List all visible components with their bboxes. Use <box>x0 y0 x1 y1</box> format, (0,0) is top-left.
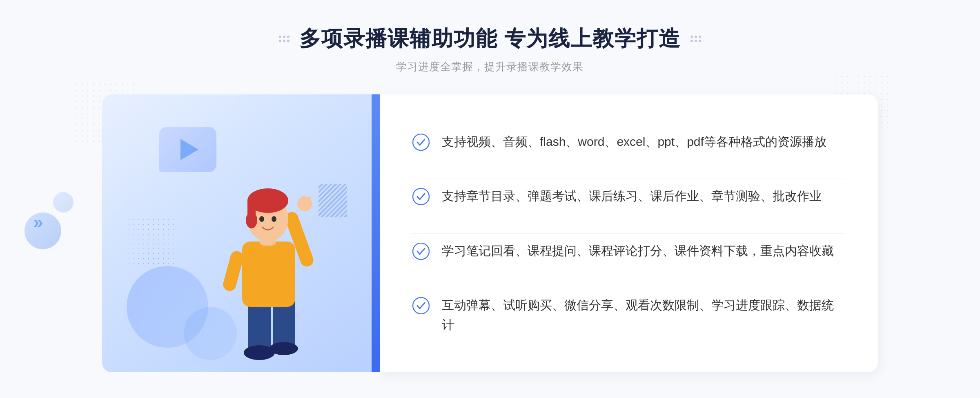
svg-point-20 <box>413 297 429 314</box>
subtitle: 学习进度全掌握，提升录播课教学效果 <box>279 60 701 74</box>
feature-text-1: 支持视频、音频、flash、word、excel、ppt、pdf等各种格式的资源… <box>442 132 826 152</box>
svg-rect-15 <box>301 196 305 207</box>
feature-text-3: 学习笔记回看、课程提问、课程评论打分、课件资料下载，重点内容收藏 <box>442 241 834 261</box>
feature-item-1: 支持视频、音频、flash、word、excel、ppt、pdf等各种格式的资源… <box>412 125 845 159</box>
illustration-accent <box>372 94 380 372</box>
features-panel: 支持视频、音频、flash、word、excel、ppt、pdf等各种格式的资源… <box>380 94 878 372</box>
illustration-panel <box>102 94 380 372</box>
content-area: 支持视频、音频、flash、word、excel、ppt、pdf等各种格式的资源… <box>102 94 878 372</box>
header-section: 多项录播课辅助功能 专为线上教学打造 学习进度全掌握，提升录播课教学效果 <box>279 25 701 74</box>
feature-text-4: 互动弹幕、试听购买、微信分享、观看次数限制、学习进度跟踪、数据统计 <box>442 295 845 335</box>
feature-item-4: 互动弹幕、试听购买、微信分享、观看次数限制、学习进度跟踪、数据统计 <box>412 288 845 342</box>
title-row: 多项录播课辅助功能 专为线上教学打造 <box>279 25 701 53</box>
header-dots-left <box>279 36 290 42</box>
svg-rect-4 <box>242 241 295 307</box>
svg-point-3 <box>270 342 298 355</box>
check-icon-4 <box>412 297 430 314</box>
feature-item-2: 支持章节目录、弹题考试、课后练习、课后作业、章节测验、批改作业 <box>412 179 845 213</box>
feature-text-2: 支持章节目录、弹题考试、课后练习、课后作业、章节测验、批改作业 <box>442 186 822 206</box>
page-container: » 多项录播课辅助功能 专为线上教学打造 学习进度全掌握，提升录播课教学效果 <box>0 0 980 398</box>
svg-point-13 <box>272 216 276 222</box>
main-title: 多项录播课辅助功能 专为线上教学打造 <box>299 25 681 53</box>
svg-point-11 <box>246 212 257 228</box>
check-icon-2 <box>412 188 430 205</box>
deco-circle-2 <box>53 192 74 212</box>
deco-circle-1 <box>24 212 61 249</box>
svg-point-18 <box>413 188 429 205</box>
svg-point-19 <box>413 243 429 259</box>
svg-point-17 <box>413 134 429 150</box>
play-triangle-icon <box>180 139 198 160</box>
svg-point-12 <box>259 216 264 222</box>
header-dots-right <box>690 36 701 42</box>
check-icon-3 <box>412 243 430 260</box>
dot-pattern-illustration <box>127 217 176 266</box>
character-illustration <box>199 160 338 372</box>
feature-item-3: 学习笔记回看、课程提问、课程评论打分、课件资料下载，重点内容收藏 <box>412 233 845 268</box>
check-icon-1 <box>412 134 430 151</box>
svg-rect-6 <box>222 250 245 293</box>
svg-rect-16 <box>307 197 311 207</box>
